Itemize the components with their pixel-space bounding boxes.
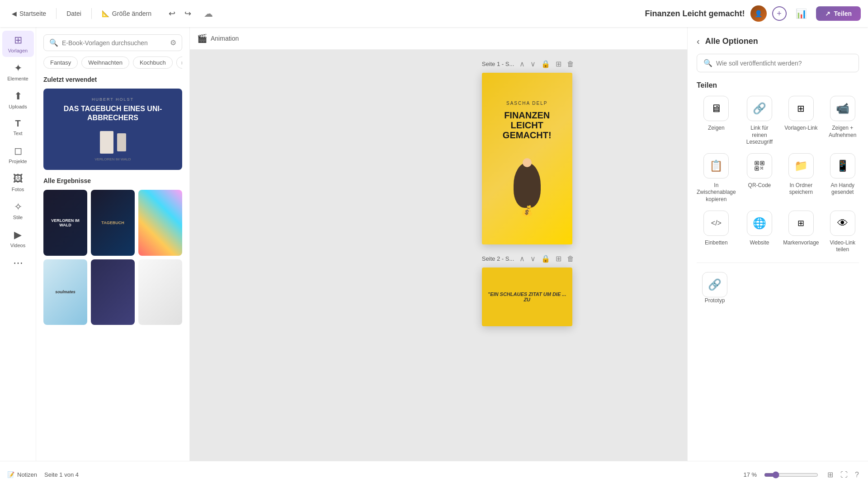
share-item-markenvorlage[interactable]: ⊞ Markenvorlage bbox=[783, 211, 819, 253]
recent-template[interactable]: HUBERT HOLST DAS TAGEBUCH EINES UNI-ABBR… bbox=[43, 89, 182, 170]
share-item-aufnehmen[interactable]: 📹 Zeigen + Aufnehmen bbox=[826, 96, 859, 146]
page-2-duplicate-button[interactable]: ⊞ bbox=[554, 253, 563, 264]
share-item-prototyp[interactable]: 🔗 Prototyp bbox=[697, 272, 733, 305]
avatar[interactable]: 👤 bbox=[750, 5, 767, 22]
back-button[interactable]: ◀ Startseite bbox=[7, 7, 51, 20]
share-label-aufnehmen: Zeigen + Aufnehmen bbox=[826, 125, 859, 139]
size-button[interactable]: 📐 Größe ändern bbox=[97, 7, 156, 20]
share-label: Teilen bbox=[834, 10, 852, 17]
sidebar-item-projekte[interactable]: ◻ Projekte bbox=[2, 141, 34, 168]
share-item-handy[interactable]: 📱 An Handy gesendet bbox=[826, 153, 859, 203]
zoom-level: 17 % bbox=[743, 471, 757, 478]
sidebar-item-uploads[interactable]: ⬆ Uploads bbox=[2, 87, 34, 113]
all-section-title: Alle Ergebnisse bbox=[43, 177, 182, 184]
cloud-save-icon[interactable]: ☁ bbox=[200, 6, 217, 21]
svg-rect-10 bbox=[761, 168, 762, 169]
share-label-markenvorlage: Markenvorlage bbox=[783, 239, 819, 247]
share-item-ordner[interactable]: 📁 In Ordner speichern bbox=[783, 153, 819, 203]
add-collaborator-button[interactable]: + bbox=[772, 6, 787, 21]
share-icon-einbetten: </> bbox=[703, 211, 729, 236]
animation-label[interactable]: Animation bbox=[211, 35, 239, 42]
page-1-title: FINANZEN LEICHT GEMACHT! bbox=[487, 110, 567, 140]
tag-kochbuch[interactable]: Kochbuch bbox=[133, 56, 173, 69]
grid-view-button[interactable]: ⊞ bbox=[826, 469, 835, 481]
page-1-lock-button[interactable]: 🔒 bbox=[539, 59, 552, 69]
page-2-up-button[interactable]: ∧ bbox=[518, 253, 527, 264]
share-label-qr-code: QR-Code bbox=[748, 182, 771, 189]
tag-weihnachten[interactable]: Weihnachten bbox=[81, 56, 129, 69]
search-input[interactable] bbox=[62, 39, 166, 47]
sidebar-item-vorlagen[interactable]: ⊞ Vorlagen bbox=[2, 31, 34, 57]
template-item-2[interactable]: TAGEBUCH bbox=[91, 190, 135, 256]
book-cover-content: HUBERT HOLST DAS TAGEBUCH EINES UNI-ABBR… bbox=[43, 89, 182, 170]
page-1-down-button[interactable]: ∨ bbox=[528, 59, 538, 69]
share-search-input[interactable] bbox=[716, 60, 852, 67]
share-search-icon: 🔍 bbox=[703, 59, 712, 67]
share-search-bar: 🔍 bbox=[697, 54, 859, 72]
share-icon-ordner: 📁 bbox=[788, 153, 814, 178]
share-item-zeigen[interactable]: 🖥 Zeigen bbox=[697, 96, 736, 146]
page-2-lock-button[interactable]: 🔒 bbox=[539, 253, 552, 264]
share-item-qr-code[interactable]: QR-Code bbox=[743, 153, 776, 203]
template-item-6[interactable] bbox=[138, 259, 182, 325]
sidebar-item-elemente[interactable]: ✦ Elemente bbox=[2, 59, 34, 85]
elemente-label: Elemente bbox=[7, 76, 28, 81]
notes-button[interactable]: 📝 Notizen bbox=[7, 471, 37, 478]
share-icon-vorlagen-link: ⊞ bbox=[788, 96, 814, 121]
help-button[interactable]: ? bbox=[853, 469, 861, 481]
template-text-5 bbox=[111, 290, 115, 294]
page-2-controls: Seite 2 - S... ∧ ∨ 🔒 ⊞ 🗑 bbox=[482, 253, 576, 264]
share-item-video-link[interactable]: 👁 Video-Link teilen bbox=[826, 211, 859, 253]
page-2-delete-button[interactable]: 🗑 bbox=[565, 254, 576, 264]
sidebar-item-text[interactable]: T Text bbox=[2, 115, 34, 140]
fullscreen-button[interactable]: ⛶ bbox=[839, 469, 849, 481]
share-item-einbetten[interactable]: </> Einbetten bbox=[697, 211, 736, 253]
size-emoji-icon: 📐 bbox=[102, 10, 109, 17]
header-divider2 bbox=[91, 8, 92, 19]
share-item-vorlagen-link[interactable]: ⊞ Vorlagen-Link bbox=[783, 96, 819, 146]
redo-button[interactable]: ↪ bbox=[181, 7, 195, 20]
svg-rect-7 bbox=[762, 167, 763, 168]
template-item-5[interactable] bbox=[91, 259, 135, 325]
svg-rect-5 bbox=[756, 168, 758, 169]
tag-more-button[interactable]: › bbox=[176, 56, 182, 69]
template-text-4: soulmates bbox=[53, 288, 77, 296]
book-page-1[interactable]: SASCHA DELP FINANZEN LEICHT GEMACHT! 💰 bbox=[482, 73, 572, 244]
share-icon-aufnehmen: 📹 bbox=[830, 96, 855, 121]
share-options-grid: 🖥 Zeigen 🔗 Link für reinen Lesezugriff ⊞… bbox=[697, 96, 859, 253]
book-page-2[interactable]: "EIN SCHLAUES ZITAT UM DIE ... ZU bbox=[482, 267, 572, 326]
videos-icon: ▶ bbox=[14, 229, 22, 241]
file-button[interactable]: Datei bbox=[62, 7, 86, 20]
template-item-4[interactable]: soulmates bbox=[43, 259, 87, 325]
recent-section-title: Zuletzt verwendet bbox=[43, 76, 182, 83]
share-item-zwischenablage[interactable]: 📋 In Zwischenablage kopieren bbox=[697, 153, 736, 203]
share-label-website: Website bbox=[750, 239, 769, 247]
page-info: Seite 1 von 4 bbox=[44, 471, 79, 478]
sidebar-item-videos[interactable]: ▶ Videos bbox=[2, 225, 34, 252]
undo-button[interactable]: ↩ bbox=[165, 7, 179, 20]
bottom-bar: 📝 Notizen Seite 1 von 4 17 % ⊞ ⛶ ? bbox=[0, 461, 868, 488]
analytics-icon[interactable]: 📊 bbox=[792, 6, 811, 21]
tag-fantasy[interactable]: Fantasy bbox=[43, 56, 78, 69]
filter-icon[interactable]: ⚙ bbox=[170, 38, 176, 47]
page-1-controls: Seite 1 - S... ∧ ∨ 🔒 ⊞ 🗑 bbox=[482, 59, 576, 69]
share-icon-website: 🌐 bbox=[747, 211, 772, 236]
zoom-slider[interactable] bbox=[764, 471, 818, 479]
page-1-delete-button[interactable]: 🗑 bbox=[565, 59, 576, 69]
share-button[interactable]: ↗ Teilen bbox=[816, 6, 861, 21]
sidebar-item-mehr[interactable]: ⋯ bbox=[2, 253, 34, 272]
page-2-down-button[interactable]: ∨ bbox=[528, 253, 538, 264]
page-1-duplicate-button[interactable]: ⊞ bbox=[554, 59, 563, 69]
book-subtitle: VERLOREN IM WALD bbox=[52, 157, 173, 161]
book-decoration bbox=[52, 131, 173, 154]
share-item-link-lesen[interactable]: 🔗 Link für reinen Lesezugriff bbox=[743, 96, 776, 146]
share-back-button[interactable]: ‹ bbox=[697, 36, 700, 47]
projekte-label: Projekte bbox=[9, 159, 27, 164]
page-1-up-button[interactable]: ∧ bbox=[518, 59, 527, 69]
sidebar-item-stile[interactable]: ✧ Stile bbox=[2, 197, 34, 224]
back-label: Startseite bbox=[19, 10, 46, 17]
share-item-website[interactable]: 🌐 Website bbox=[743, 211, 776, 253]
template-item-3[interactable] bbox=[138, 190, 182, 256]
template-item-1[interactable]: VERLOREN IM WALD bbox=[43, 190, 87, 256]
sidebar-item-fotos[interactable]: 🖼 Fotos bbox=[2, 169, 34, 196]
